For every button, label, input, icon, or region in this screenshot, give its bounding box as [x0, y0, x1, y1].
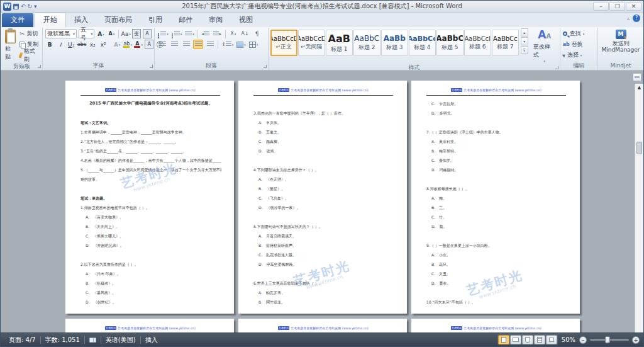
increase-indent-button[interactable]: ▸ — [213, 29, 223, 38]
style-heading-5[interactable]: AaBbC标题 5 — [436, 30, 464, 56]
qat-customize-icon[interactable]: ▾ — [34, 3, 37, 11]
styles-dialog-launcher-icon[interactable] — [555, 66, 558, 69]
style-normal[interactable]: AaBbCcD↵正文 — [270, 30, 297, 56]
header-link[interactable]: 艺考真题及答案解析尽在艺考时光网 (www.yktime.cn) — [291, 88, 369, 92]
document-page[interactable]: 艺考时光 艺考真题及答案解析尽在艺考时光网 (www.yktime.cn) 3.… — [238, 81, 407, 314]
sort-button[interactable]: A↓ — [240, 29, 250, 38]
style-no-spacing[interactable]: AaBbCcD↵无间隔 — [298, 30, 325, 56]
style-heading-6[interactable]: AaBbCcI标题 6 — [464, 30, 491, 56]
phonetic-guide-button[interactable]: 变 — [132, 29, 141, 38]
header-link[interactable]: 艺考真题及答案解析尽在艺考时光网 (www.yktime.cn) — [291, 326, 369, 330]
subscript-button[interactable]: x₂ — [88, 40, 97, 49]
header-link[interactable]: 艺考真题及答案解析尽在艺考时光网 (www.yktime.cn) — [464, 88, 541, 92]
undo-icon[interactable]: ↶ — [21, 3, 26, 11]
web-layout-view-button[interactable] — [522, 335, 533, 344]
style-heading-2[interactable]: AaBbC标题 2 — [353, 30, 380, 56]
clipboard-dialog-launcher-icon[interactable] — [38, 65, 41, 68]
italic-button[interactable]: I — [56, 40, 65, 49]
borders-button[interactable]: ▾ — [248, 40, 259, 49]
superscript-button[interactable]: x² — [99, 40, 108, 49]
text-effects-button[interactable]: A▾ — [113, 40, 121, 49]
align-right-button[interactable] — [181, 40, 191, 49]
paste-button[interactable]: 粘贴 — [3, 28, 18, 62]
change-case-button[interactable]: Aa▾ — [121, 29, 130, 38]
underline-button[interactable]: U▾ — [67, 40, 75, 49]
header-link[interactable]: 艺考真题及答案解析尽在艺考时光网 (www.yktime.cn) — [118, 88, 196, 92]
gallery-scroll-up-icon[interactable]: ▴ — [521, 28, 528, 37]
minimize-button[interactable]: – — [593, 2, 609, 11]
tab-insert[interactable]: 插入 — [66, 13, 96, 27]
save-icon[interactable] — [13, 4, 19, 9]
character-border-button[interactable]: A — [143, 29, 152, 38]
language-indicator[interactable]: 英语(美国) — [101, 336, 140, 344]
tab-mailings[interactable]: 邮件 — [170, 13, 201, 27]
bullets-button[interactable]: ▾ — [157, 29, 169, 38]
multilevel-list-button[interactable]: ▾ — [184, 29, 195, 38]
print-layout-view-button[interactable] — [498, 335, 509, 344]
line-spacing-button[interactable]: ↕▾ — [221, 40, 234, 49]
tab-review[interactable]: 审阅 — [201, 13, 231, 27]
replace-button[interactable]: ab替换 — [562, 39, 584, 50]
help-icon[interactable]: ? — [633, 14, 640, 22]
draft-view-button[interactable] — [546, 335, 557, 344]
page-indicator[interactable]: 页面: 4/7 — [4, 336, 40, 344]
justify-button[interactable] — [193, 40, 203, 49]
style-heading-3[interactable]: AaBb标题 3 — [381, 30, 408, 56]
font-color-button[interactable]: A▾ — [134, 40, 143, 49]
close-button[interactable]: ✕ — [626, 2, 641, 11]
gallery-more-icon[interactable]: ⊽ — [521, 46, 528, 54]
shrink-font-button[interactable]: A▾ — [107, 29, 116, 38]
spellcheck-status[interactable] — [85, 338, 101, 343]
select-button[interactable]: 选择▾ — [562, 50, 584, 60]
ruler-toggle-icon[interactable] — [633, 73, 641, 81]
outline-view-button[interactable] — [534, 335, 545, 344]
word-app-icon[interactable]: W — [3, 3, 11, 11]
tab-file[interactable]: 文件 — [2, 13, 33, 27]
style-heading-1[interactable]: AaB标题 1 — [326, 30, 353, 56]
document-page[interactable]: 艺考时光 艺考真题及答案解析尽在艺考时光网 (www.yktime.cn) C.… — [411, 81, 580, 314]
strikethrough-button[interactable]: abc — [77, 40, 86, 49]
header-link[interactable]: 艺考真题及答案解析尽在艺考时光网 (www.yktime.cn) — [464, 326, 541, 330]
font-size-combo[interactable]: 五号▾ — [79, 29, 94, 38]
grow-font-button[interactable]: A▴ — [96, 29, 105, 38]
shading-button[interactable]: ▾ — [236, 40, 247, 49]
cut-button[interactable]: ✂剪切 — [18, 28, 41, 39]
find-button[interactable]: 查找▾ — [562, 28, 586, 39]
word-count[interactable]: 字数: 1,051 — [41, 336, 84, 344]
collapse-ribbon-icon[interactable]: ▵ — [627, 16, 630, 21]
header-link[interactable]: 艺考真题及答案解析尽在艺考时光网 (www.yktime.cn) — [118, 326, 196, 330]
full-screen-reading-view-button[interactable] — [510, 335, 521, 344]
zoom-out-button[interactable]: – — [579, 336, 587, 344]
decrease-indent-button[interactable]: ◂ — [201, 29, 211, 38]
restore-button[interactable]: ❐ — [609, 2, 625, 11]
font-name-combo[interactable]: 微软雅黑▾ — [45, 29, 77, 38]
zoom-level[interactable]: 50% — [562, 336, 575, 343]
style-heading-4[interactable]: AaBbCc标题 4 — [409, 30, 436, 56]
show-marks-button[interactable]: ¶ — [252, 29, 262, 38]
insert-mode-indicator[interactable]: 插入 — [141, 336, 162, 344]
font-dialog-launcher-icon[interactable] — [150, 65, 153, 68]
zoom-in-button[interactable]: + — [632, 336, 640, 344]
change-styles-button[interactable]: AA 更改样式 ▾ — [531, 28, 558, 64]
tab-home[interactable]: 开始 — [35, 13, 66, 27]
asian-layout-button[interactable]: X▾ — [228, 29, 238, 38]
gallery-scroll-down-icon[interactable]: ▾ — [521, 37, 528, 45]
zoom-slider-thumb[interactable] — [605, 336, 609, 343]
numbering-button[interactable]: ▾ — [171, 29, 183, 38]
scroll-up-icon[interactable]: ▲ — [635, 84, 643, 92]
document-page[interactable]: 艺考时光 艺考真题及答案解析尽在艺考时光网 (www.yktime.cn) 20… — [65, 81, 234, 314]
tab-view[interactable]: 视图 — [231, 13, 261, 27]
character-shading-button[interactable]: A — [145, 40, 153, 49]
align-left-button[interactable] — [157, 40, 167, 49]
align-center-button[interactable] — [169, 40, 179, 49]
send-to-mindmanager-button[interactable]: M 发送到MindManager — [599, 28, 642, 54]
paragraph-dialog-launcher-icon[interactable] — [264, 65, 267, 68]
bold-button[interactable]: B — [45, 40, 54, 49]
redo-icon[interactable]: ↻ — [28, 3, 33, 11]
tab-references[interactable]: 引用 — [140, 13, 170, 27]
distribute-button[interactable] — [205, 40, 215, 49]
style-heading-7[interactable]: AaBbCc标题 7 — [492, 30, 519, 56]
zoom-slider[interactable] — [590, 339, 629, 341]
scrollbar-thumb[interactable] — [636, 142, 642, 154]
text-highlight-button[interactable]: ab▾ — [123, 40, 132, 49]
